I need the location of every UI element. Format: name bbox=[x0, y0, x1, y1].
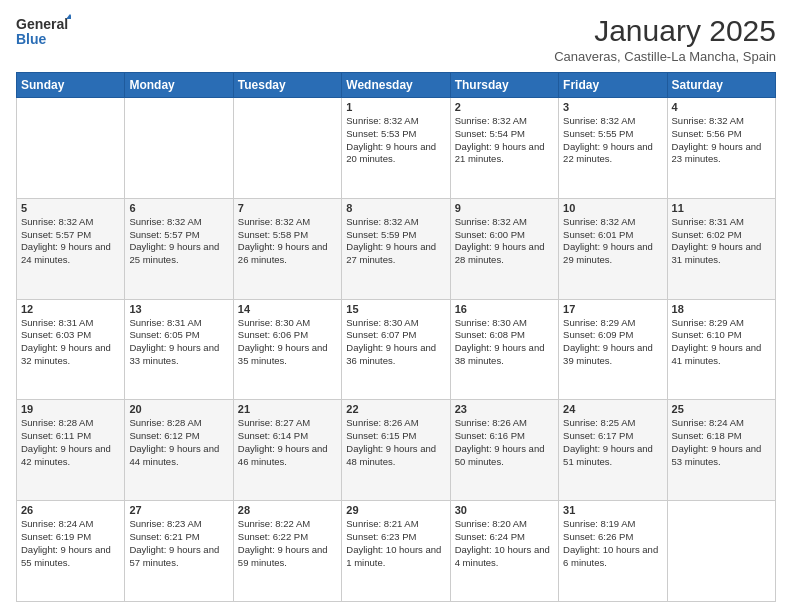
calendar-header-row: SundayMondayTuesdayWednesdayThursdayFrid… bbox=[17, 73, 776, 98]
calendar-cell: 11Sunrise: 8:31 AM Sunset: 6:02 PM Dayli… bbox=[667, 198, 775, 299]
calendar-cell: 22Sunrise: 8:26 AM Sunset: 6:15 PM Dayli… bbox=[342, 400, 450, 501]
day-info: Sunrise: 8:30 AM Sunset: 6:07 PM Dayligh… bbox=[346, 317, 445, 368]
calendar-week-3: 12Sunrise: 8:31 AM Sunset: 6:03 PM Dayli… bbox=[17, 299, 776, 400]
day-info: Sunrise: 8:29 AM Sunset: 6:10 PM Dayligh… bbox=[672, 317, 771, 368]
calendar-cell: 2Sunrise: 8:32 AM Sunset: 5:54 PM Daylig… bbox=[450, 98, 558, 199]
col-header-monday: Monday bbox=[125, 73, 233, 98]
day-info: Sunrise: 8:24 AM Sunset: 6:19 PM Dayligh… bbox=[21, 518, 120, 569]
calendar-cell: 15Sunrise: 8:30 AM Sunset: 6:07 PM Dayli… bbox=[342, 299, 450, 400]
day-number: 30 bbox=[455, 504, 554, 516]
day-number: 2 bbox=[455, 101, 554, 113]
day-info: Sunrise: 8:26 AM Sunset: 6:15 PM Dayligh… bbox=[346, 417, 445, 468]
page: General Blue January 2025 Canaveras, Cas… bbox=[0, 0, 792, 612]
day-info: Sunrise: 8:32 AM Sunset: 5:59 PM Dayligh… bbox=[346, 216, 445, 267]
day-number: 15 bbox=[346, 303, 445, 315]
header: General Blue January 2025 Canaveras, Cas… bbox=[16, 14, 776, 64]
svg-text:General: General bbox=[16, 16, 68, 32]
logo-svg: General Blue bbox=[16, 14, 71, 52]
calendar-cell: 27Sunrise: 8:23 AM Sunset: 6:21 PM Dayli… bbox=[125, 501, 233, 602]
calendar-cell: 6Sunrise: 8:32 AM Sunset: 5:57 PM Daylig… bbox=[125, 198, 233, 299]
calendar-cell: 17Sunrise: 8:29 AM Sunset: 6:09 PM Dayli… bbox=[559, 299, 667, 400]
calendar-cell: 14Sunrise: 8:30 AM Sunset: 6:06 PM Dayli… bbox=[233, 299, 341, 400]
day-number: 4 bbox=[672, 101, 771, 113]
day-info: Sunrise: 8:19 AM Sunset: 6:26 PM Dayligh… bbox=[563, 518, 662, 569]
col-header-friday: Friday bbox=[559, 73, 667, 98]
day-number: 26 bbox=[21, 504, 120, 516]
day-number: 17 bbox=[563, 303, 662, 315]
day-info: Sunrise: 8:32 AM Sunset: 5:53 PM Dayligh… bbox=[346, 115, 445, 166]
calendar-cell: 31Sunrise: 8:19 AM Sunset: 6:26 PM Dayli… bbox=[559, 501, 667, 602]
day-number: 11 bbox=[672, 202, 771, 214]
calendar-cell: 25Sunrise: 8:24 AM Sunset: 6:18 PM Dayli… bbox=[667, 400, 775, 501]
day-info: Sunrise: 8:28 AM Sunset: 6:11 PM Dayligh… bbox=[21, 417, 120, 468]
day-info: Sunrise: 8:32 AM Sunset: 5:55 PM Dayligh… bbox=[563, 115, 662, 166]
day-info: Sunrise: 8:26 AM Sunset: 6:16 PM Dayligh… bbox=[455, 417, 554, 468]
calendar-week-5: 26Sunrise: 8:24 AM Sunset: 6:19 PM Dayli… bbox=[17, 501, 776, 602]
svg-text:Blue: Blue bbox=[16, 31, 47, 47]
calendar-cell: 28Sunrise: 8:22 AM Sunset: 6:22 PM Dayli… bbox=[233, 501, 341, 602]
calendar-cell bbox=[17, 98, 125, 199]
calendar-cell: 26Sunrise: 8:24 AM Sunset: 6:19 PM Dayli… bbox=[17, 501, 125, 602]
logo: General Blue bbox=[16, 14, 71, 52]
day-info: Sunrise: 8:32 AM Sunset: 6:00 PM Dayligh… bbox=[455, 216, 554, 267]
day-number: 23 bbox=[455, 403, 554, 415]
day-number: 3 bbox=[563, 101, 662, 113]
day-number: 29 bbox=[346, 504, 445, 516]
day-number: 25 bbox=[672, 403, 771, 415]
day-number: 8 bbox=[346, 202, 445, 214]
day-number: 24 bbox=[563, 403, 662, 415]
day-number: 9 bbox=[455, 202, 554, 214]
calendar-cell: 9Sunrise: 8:32 AM Sunset: 6:00 PM Daylig… bbox=[450, 198, 558, 299]
month-title: January 2025 bbox=[554, 14, 776, 47]
calendar-cell: 19Sunrise: 8:28 AM Sunset: 6:11 PM Dayli… bbox=[17, 400, 125, 501]
col-header-sunday: Sunday bbox=[17, 73, 125, 98]
calendar-week-2: 5Sunrise: 8:32 AM Sunset: 5:57 PM Daylig… bbox=[17, 198, 776, 299]
calendar-cell: 18Sunrise: 8:29 AM Sunset: 6:10 PM Dayli… bbox=[667, 299, 775, 400]
day-number: 28 bbox=[238, 504, 337, 516]
day-info: Sunrise: 8:29 AM Sunset: 6:09 PM Dayligh… bbox=[563, 317, 662, 368]
calendar-cell: 29Sunrise: 8:21 AM Sunset: 6:23 PM Dayli… bbox=[342, 501, 450, 602]
day-number: 27 bbox=[129, 504, 228, 516]
day-number: 13 bbox=[129, 303, 228, 315]
calendar-cell: 20Sunrise: 8:28 AM Sunset: 6:12 PM Dayli… bbox=[125, 400, 233, 501]
calendar-week-4: 19Sunrise: 8:28 AM Sunset: 6:11 PM Dayli… bbox=[17, 400, 776, 501]
calendar-week-1: 1Sunrise: 8:32 AM Sunset: 5:53 PM Daylig… bbox=[17, 98, 776, 199]
day-info: Sunrise: 8:30 AM Sunset: 6:06 PM Dayligh… bbox=[238, 317, 337, 368]
day-number: 18 bbox=[672, 303, 771, 315]
day-info: Sunrise: 8:32 AM Sunset: 6:01 PM Dayligh… bbox=[563, 216, 662, 267]
day-info: Sunrise: 8:28 AM Sunset: 6:12 PM Dayligh… bbox=[129, 417, 228, 468]
calendar-cell: 10Sunrise: 8:32 AM Sunset: 6:01 PM Dayli… bbox=[559, 198, 667, 299]
day-number: 12 bbox=[21, 303, 120, 315]
day-number: 22 bbox=[346, 403, 445, 415]
calendar-cell bbox=[233, 98, 341, 199]
calendar-cell bbox=[667, 501, 775, 602]
location-title: Canaveras, Castille-La Mancha, Spain bbox=[554, 49, 776, 64]
calendar-cell: 5Sunrise: 8:32 AM Sunset: 5:57 PM Daylig… bbox=[17, 198, 125, 299]
col-header-wednesday: Wednesday bbox=[342, 73, 450, 98]
calendar-cell: 7Sunrise: 8:32 AM Sunset: 5:58 PM Daylig… bbox=[233, 198, 341, 299]
day-number: 31 bbox=[563, 504, 662, 516]
calendar-cell: 12Sunrise: 8:31 AM Sunset: 6:03 PM Dayli… bbox=[17, 299, 125, 400]
day-info: Sunrise: 8:23 AM Sunset: 6:21 PM Dayligh… bbox=[129, 518, 228, 569]
day-info: Sunrise: 8:31 AM Sunset: 6:05 PM Dayligh… bbox=[129, 317, 228, 368]
day-number: 1 bbox=[346, 101, 445, 113]
calendar-cell: 13Sunrise: 8:31 AM Sunset: 6:05 PM Dayli… bbox=[125, 299, 233, 400]
day-info: Sunrise: 8:32 AM Sunset: 5:57 PM Dayligh… bbox=[21, 216, 120, 267]
day-number: 16 bbox=[455, 303, 554, 315]
day-number: 14 bbox=[238, 303, 337, 315]
calendar-cell: 16Sunrise: 8:30 AM Sunset: 6:08 PM Dayli… bbox=[450, 299, 558, 400]
calendar-cell: 8Sunrise: 8:32 AM Sunset: 5:59 PM Daylig… bbox=[342, 198, 450, 299]
day-info: Sunrise: 8:21 AM Sunset: 6:23 PM Dayligh… bbox=[346, 518, 445, 569]
day-info: Sunrise: 8:22 AM Sunset: 6:22 PM Dayligh… bbox=[238, 518, 337, 569]
day-info: Sunrise: 8:31 AM Sunset: 6:03 PM Dayligh… bbox=[21, 317, 120, 368]
calendar-cell: 1Sunrise: 8:32 AM Sunset: 5:53 PM Daylig… bbox=[342, 98, 450, 199]
day-info: Sunrise: 8:25 AM Sunset: 6:17 PM Dayligh… bbox=[563, 417, 662, 468]
day-info: Sunrise: 8:24 AM Sunset: 6:18 PM Dayligh… bbox=[672, 417, 771, 468]
day-number: 6 bbox=[129, 202, 228, 214]
day-info: Sunrise: 8:32 AM Sunset: 5:58 PM Dayligh… bbox=[238, 216, 337, 267]
day-number: 10 bbox=[563, 202, 662, 214]
day-number: 19 bbox=[21, 403, 120, 415]
day-info: Sunrise: 8:31 AM Sunset: 6:02 PM Dayligh… bbox=[672, 216, 771, 267]
calendar-cell: 24Sunrise: 8:25 AM Sunset: 6:17 PM Dayli… bbox=[559, 400, 667, 501]
calendar-cell: 23Sunrise: 8:26 AM Sunset: 6:16 PM Dayli… bbox=[450, 400, 558, 501]
